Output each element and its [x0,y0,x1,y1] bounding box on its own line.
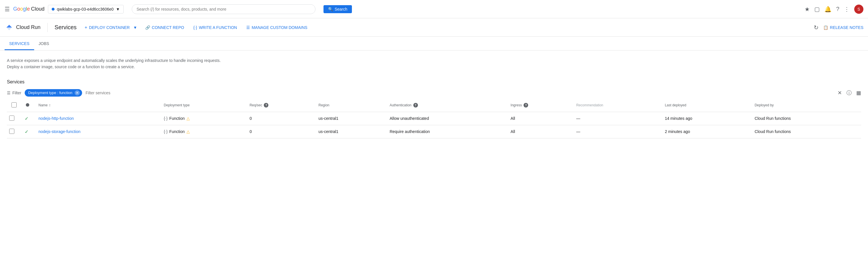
write-function-icon: {·} [193,25,197,30]
row2-region-cell: us-central1 [314,125,385,138]
row1-req-sec: 0 [249,116,252,121]
tab-jobs[interactable]: JOBS [34,37,54,50]
select-all-checkbox[interactable] [11,102,17,107]
release-notes-button[interactable]: 📋 RELEASE NOTES [823,25,863,30]
clear-filter-icon[interactable]: ✕ [838,90,842,96]
star-icon[interactable]: ★ [805,6,810,12]
table-row: ✓ nodejs-storage-function {·} Function △… [7,125,861,138]
row2-deployed-by: Cloud Run functions [755,129,791,134]
write-function-button[interactable]: {·} WRITE A FUNCTION [190,23,240,32]
row1-warn-icon: △ [187,116,190,121]
filter-right: ✕ ⓘ ▦ [838,90,861,96]
row1-deployment-type-cell: {·} Function △ [159,112,245,125]
row1-ingress: All [510,116,515,121]
google-logo: Google Cloud [13,6,44,12]
req-sec-help-icon[interactable]: ? [264,103,268,107]
search-button[interactable]: 🔍 Search [323,5,352,13]
row1-name-cell: nodejs-http-function [34,112,159,125]
row1-auth-cell: Allow unauthenticated [385,112,506,125]
name-sort-icon[interactable]: ↑ [49,103,51,107]
th-select-all [7,99,21,112]
right-header-actions: ↻ 📋 RELEASE NOTES [814,24,863,31]
deploy-container-button[interactable]: + DEPLOY CONTAINER [81,23,131,32]
connect-repo-icon: 🔗 [145,25,150,30]
filter-button[interactable]: ☰ Filter [7,91,21,95]
more-icon[interactable]: ⋮ [844,6,849,12]
row1-checkbox-cell [7,112,21,125]
header-actions: + DEPLOY CONTAINER ▼ 🔗 CONNECT REPO {·} … [81,23,311,32]
filter-help-icon[interactable]: ⓘ [846,90,851,96]
filter-chip-close-button[interactable]: ✕ [74,90,80,96]
row2-auth-cell: Require authentication [385,125,506,138]
tab-services[interactable]: SERVICES [5,37,34,50]
row2-warn-icon: △ [187,129,190,134]
row1-service-link[interactable]: nodejs-http-function [38,116,74,121]
ingress-help-icon[interactable]: ? [524,103,528,107]
row2-last-deployed: 2 minutes ago [665,129,690,134]
search-input[interactable] [136,7,311,11]
terminal-icon[interactable]: ▢ [814,6,820,12]
hamburger-icon[interactable]: ☰ [5,6,10,12]
th-region: Region [314,99,385,112]
row1-region: us-central1 [318,116,338,121]
row2-recommendation-cell: — [571,125,660,138]
description-line1: A service exposes a unique endpoint and … [7,57,861,64]
main-content: A service exposes a unique endpoint and … [0,50,868,138]
deploy-container-caret[interactable]: ▼ [131,23,140,32]
top-icons: ★ ▢ 🔔 ? ⋮ S [805,5,863,14]
th-last-deployed: Last deployed [660,99,750,112]
row2-func-icon: {·} [164,129,167,134]
row2-last-deployed-cell: 2 minutes ago [660,125,750,138]
deploy-container-wrapper: + DEPLOY CONTAINER ▼ [81,23,140,32]
row1-status-icon: ✓ [24,115,29,121]
refresh-icon[interactable]: ↻ [814,24,818,31]
row2-region: us-central1 [318,129,338,134]
table-row: ✓ nodejs-http-function {·} Function △ 0 [7,112,861,125]
filter-icon: ☰ [7,91,11,95]
row1-checkbox[interactable] [9,115,14,121]
connect-repo-label: CONNECT REPO [152,25,184,30]
row2-auth: Require authentication [390,129,430,134]
authentication-help-icon[interactable]: ? [413,103,418,107]
deploy-container-label: DEPLOY CONTAINER [89,25,130,30]
row1-auth: Allow unauthenticated [390,116,429,121]
row2-name-cell: nodejs-storage-function [34,125,159,138]
search-icon: 🔍 [328,7,333,11]
avatar[interactable]: S [854,5,863,14]
row2-ingress: All [510,129,515,134]
release-notes-label: RELEASE NOTES [830,25,863,30]
row2-deployment-type: Function [169,129,185,134]
bell-icon[interactable]: 🔔 [825,6,832,12]
cloud-run-logo: Cloud Run [5,23,40,32]
row2-service-link[interactable]: nodejs-storage-function [38,129,81,134]
google-bar: ☰ Google Cloud qwiklabs-gcp-03-e4d6cc360… [0,0,868,18]
app-name: Cloud Run [16,24,40,30]
project-selector[interactable]: qwiklabs-gcp-03-e4d6cc3606e0 ▼ [48,5,124,13]
tabs-bar: SERVICES JOBS [0,37,868,50]
th-ingress: Ingress ? [506,99,572,112]
th-deployment-type: Deployment type [159,99,245,112]
th-recommendation: Recommendation [571,99,660,112]
columns-icon[interactable]: ▦ [856,90,861,96]
th-authentication: Authentication ? [385,99,506,112]
manage-domains-button[interactable]: ☰ MANAGE CUSTOM DOMAINS [243,23,311,32]
table-header: Name ↑ Deployment type Req/sec ? Region [7,99,861,112]
manage-domains-icon: ☰ [246,25,250,30]
row1-last-deployed: 14 minutes ago [665,116,692,121]
filter-services-input[interactable] [86,91,136,95]
connect-repo-button[interactable]: 🔗 CONNECT REPO [142,23,188,32]
help-icon[interactable]: ? [836,6,839,12]
row2-checkbox-cell [7,125,21,138]
row2-checkbox[interactable] [9,129,14,134]
cloud-run-icon [5,23,14,32]
row1-deployment-type: Function [169,116,185,121]
row1-req-sec-cell: 0 [245,112,314,125]
row2-req-sec: 0 [249,129,252,134]
row1-ingress-cell: All [506,112,572,125]
search-bar-container [132,4,315,14]
filter-chip-text: Deployment type : function [28,91,72,95]
cloud-run-header: Cloud Run Services + DEPLOY CONTAINER ▼ … [0,18,868,37]
row1-recommendation-cell: — [571,112,660,125]
row1-deployed-by: Cloud Run functions [755,116,791,121]
filter-row: ☰ Filter Deployment type : function ✕ ✕ … [7,89,861,97]
